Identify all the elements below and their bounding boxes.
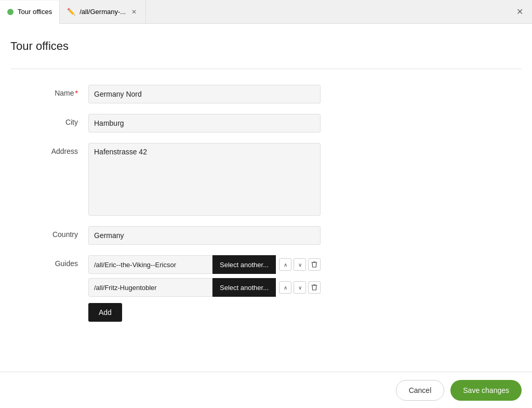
guide-controls-2: ∧ ∨ bbox=[279, 281, 321, 294]
name-input[interactable] bbox=[88, 85, 321, 103]
guide-name-2: /all/Fritz-Hugentobler bbox=[88, 278, 212, 297]
cancel-button[interactable]: Cancel bbox=[396, 380, 445, 401]
page-title: Tour offices bbox=[10, 40, 522, 53]
guide-up-button-1[interactable]: ∧ bbox=[279, 258, 291, 271]
guide-delete-button-2[interactable] bbox=[308, 281, 321, 294]
country-row: Country bbox=[21, 226, 511, 245]
tab-close-button[interactable]: ✕ bbox=[130, 8, 138, 16]
guides-container: /all/Eric--the-Viking--Ericsor Select an… bbox=[88, 255, 321, 322]
form: Name* City Address Hafenstrasse 42 Count… bbox=[10, 85, 522, 322]
window-close-button[interactable]: ✕ bbox=[514, 7, 525, 17]
guide-down-button-2[interactable]: ∨ bbox=[294, 281, 306, 294]
country-label: Country bbox=[21, 226, 88, 239]
tab-bar: Tour offices ✏️ /all/Germany-... ✕ ✕ bbox=[0, 0, 532, 24]
address-label: Address bbox=[21, 143, 88, 155]
tab-edit-label: /all/Germany-... bbox=[79, 8, 126, 16]
add-guide-wrapper: Add bbox=[88, 301, 321, 322]
guide-row-1: /all/Eric--the-Viking--Ericsor Select an… bbox=[88, 255, 321, 274]
name-row: Name* bbox=[21, 85, 511, 103]
guide-controls-1: ∧ ∨ bbox=[279, 258, 321, 271]
country-input[interactable] bbox=[88, 226, 321, 245]
guide-row-2: /all/Fritz-Hugentobler Select another...… bbox=[88, 278, 321, 297]
guide-delete-button-1[interactable] bbox=[308, 258, 321, 271]
footer: Cancel Save changes bbox=[0, 372, 532, 408]
guide-down-button-1[interactable]: ∨ bbox=[294, 258, 306, 271]
guides-row: Guides /all/Eric--the-Viking--Ericsor Se… bbox=[21, 255, 511, 322]
required-indicator: * bbox=[75, 89, 78, 97]
guides-label: Guides bbox=[21, 255, 88, 268]
main-content: Tour offices Name* City Address Hafenstr… bbox=[0, 24, 532, 322]
city-input[interactable] bbox=[88, 114, 321, 133]
guide-select-button-1[interactable]: Select another... bbox=[212, 255, 276, 274]
address-row: Address Hafenstrasse 42 bbox=[21, 143, 511, 216]
name-label: Name* bbox=[21, 85, 88, 97]
pencil-icon: ✏️ bbox=[67, 8, 75, 16]
guide-select-button-2[interactable]: Select another... bbox=[212, 278, 276, 297]
tab-edit-record[interactable]: ✏️ /all/Germany-... ✕ bbox=[60, 0, 146, 23]
add-guide-button[interactable]: Add bbox=[88, 303, 122, 322]
address-input[interactable]: Hafenstrasse 42 bbox=[88, 143, 321, 216]
guide-up-button-2[interactable]: ∧ bbox=[279, 281, 291, 294]
tab-tour-offices[interactable]: Tour offices bbox=[0, 1, 60, 24]
title-divider bbox=[10, 69, 522, 69]
city-row: City bbox=[21, 114, 511, 133]
guide-name-1: /all/Eric--the-Viking--Ericsor bbox=[88, 255, 212, 274]
city-label: City bbox=[21, 114, 88, 126]
active-dot-icon bbox=[7, 9, 14, 15]
tab-tour-offices-label: Tour offices bbox=[18, 8, 52, 16]
save-button[interactable]: Save changes bbox=[450, 380, 522, 401]
